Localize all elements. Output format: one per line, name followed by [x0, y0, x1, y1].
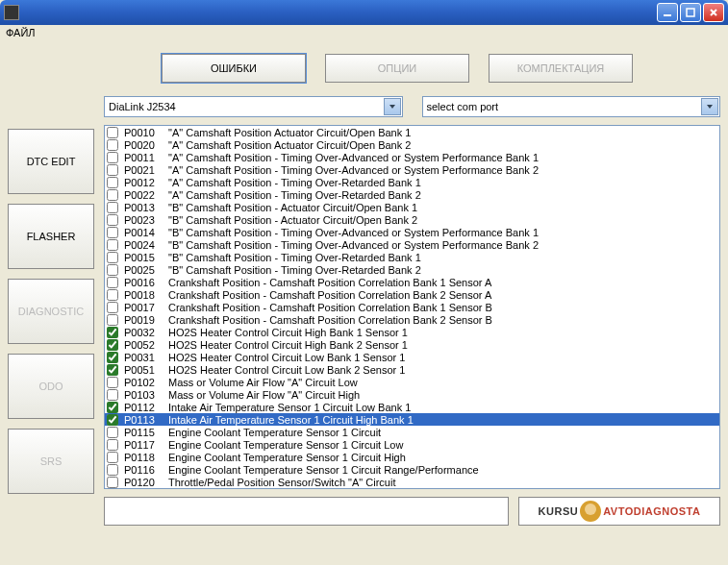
list-item[interactable]: P0021"A" Camshaft Position - Timing Over… [105, 163, 719, 176]
dtc-checkbox[interactable] [107, 377, 118, 388]
dtc-desc: "A" Camshaft Position - Timing Over-Adva… [168, 164, 539, 176]
close-button[interactable] [703, 3, 724, 22]
dtc-checkbox[interactable] [107, 202, 118, 213]
dtc-desc: HO2S Heater Control Circuit Low Bank 1 S… [168, 352, 405, 363]
list-item[interactable]: P0023"B" Camshaft Position - Actuator Ci… [105, 213, 719, 226]
device-combo-value: DiaLink J2534 [109, 101, 176, 112]
dtc-checkbox[interactable] [107, 402, 118, 413]
tab-options[interactable]: ОПЦИИ [325, 54, 469, 83]
dtc-desc: Crankshaft Position - Camshaft Position … [168, 277, 491, 288]
dtc-checkbox[interactable] [107, 364, 118, 376]
dtc-desc: Intake Air Temperature Sensor 1 Circuit … [168, 402, 411, 413]
list-item[interactable]: P0018Crankshaft Position - Camshaft Posi… [105, 288, 719, 301]
dtc-checkbox[interactable] [107, 452, 118, 463]
list-item[interactable]: P0017Crankshaft Position - Camshaft Posi… [105, 301, 719, 313]
list-item[interactable]: P0102Mass or Volume Air Flow "A" Circuit… [105, 376, 719, 388]
list-item[interactable]: P0010"A" Camshaft Position Actuator Circ… [105, 126, 719, 138]
dtc-checkbox[interactable] [107, 127, 118, 138]
list-item[interactable]: P0016Crankshaft Position - Camshaft Posi… [105, 276, 719, 288]
dtc-checkbox[interactable] [107, 214, 118, 226]
dtc-desc: Engine Coolant Temperature Sensor 1 Circ… [168, 439, 403, 451]
list-item[interactable]: P0022"A" Camshaft Position - Timing Over… [105, 188, 719, 201]
tab-config[interactable]: КОМПЛЕКТАЦИЯ [489, 54, 633, 83]
dtc-code: P0103 [124, 389, 168, 401]
dtc-checkbox[interactable] [107, 152, 118, 163]
menubar: ФАЙЛ [0, 25, 728, 44]
dtc-checkbox[interactable] [107, 427, 118, 438]
logo-left: KURSU [539, 505, 579, 517]
list-item[interactable]: P0112Intake Air Temperature Sensor 1 Cir… [105, 401, 719, 413]
list-item[interactable]: P0012"A" Camshaft Position - Timing Over… [105, 176, 719, 188]
dtc-desc: Crankshaft Position - Camshaft Position … [168, 302, 492, 313]
dtc-checkbox[interactable] [107, 139, 118, 151]
minimize-button[interactable] [657, 3, 678, 22]
dtc-checkbox[interactable] [107, 189, 118, 201]
dtc-checkbox[interactable] [107, 177, 118, 188]
dtc-desc: "B" Camshaft Position - Actuator Circuit… [168, 202, 417, 213]
dtc-code: P0020 [124, 139, 168, 151]
list-item[interactable]: P0032HO2S Heater Control Circuit High Ba… [105, 326, 719, 338]
dtc-desc: "B" Camshaft Position - Timing Over-Reta… [168, 252, 421, 263]
dtc-checkbox[interactable] [107, 339, 118, 351]
dtc-checkbox[interactable] [107, 264, 118, 276]
dtc-code: P0010 [124, 127, 168, 138]
list-item[interactable]: P0031HO2S Heater Control Circuit Low Ban… [105, 351, 719, 363]
maximize-button[interactable] [680, 3, 701, 22]
sidebar-srs[interactable]: SRS [8, 429, 94, 494]
dtc-desc: HO2S Heater Control Circuit High Bank 2 … [168, 339, 408, 351]
dtc-checkbox[interactable] [107, 477, 118, 488]
list-item[interactable]: P0118Engine Coolant Temperature Sensor 1… [105, 451, 719, 463]
list-item[interactable]: P0117Engine Coolant Temperature Sensor 1… [105, 438, 719, 451]
tab-errors[interactable]: ОШИБКИ [162, 54, 306, 83]
list-item[interactable]: P0115Engine Coolant Temperature Sensor 1… [105, 426, 719, 438]
dtc-checkbox[interactable] [107, 239, 118, 251]
dtc-code: P0022 [124, 189, 168, 201]
sidebar-dtc-edit[interactable]: DTC EDIT [8, 129, 94, 194]
sidebar-flasher[interactable]: FLASHER [8, 204, 94, 269]
dtc-code: P0031 [124, 352, 168, 363]
list-item[interactable]: P0024"B" Camshaft Position - Timing Over… [105, 238, 719, 251]
dtc-code: P0115 [124, 427, 168, 438]
dtc-checkbox[interactable] [107, 289, 118, 301]
titlebar [0, 0, 728, 25]
dtc-checkbox[interactable] [107, 252, 118, 263]
logo-right: AVTODIAGNOSTA [603, 505, 700, 517]
dtc-checkbox[interactable] [107, 227, 118, 238]
list-item[interactable]: P0052HO2S Heater Control Circuit High Ba… [105, 338, 719, 351]
dtc-desc: HO2S Heater Control Circuit High Bank 1 … [168, 327, 408, 338]
dtc-listbox[interactable]: P0010"A" Camshaft Position Actuator Circ… [104, 125, 720, 489]
list-item[interactable]: P0015"B" Camshaft Position - Timing Over… [105, 251, 719, 263]
list-item[interactable]: P0019Crankshaft Position - Camshaft Posi… [105, 313, 719, 326]
dtc-checkbox[interactable] [107, 414, 118, 426]
mascot-icon [580, 501, 601, 522]
menu-file[interactable]: ФАЙЛ [6, 27, 36, 38]
dtc-checkbox[interactable] [107, 164, 118, 176]
list-item[interactable]: P0120Throttle/Pedal Position Sensor/Swit… [105, 476, 719, 488]
dtc-checkbox[interactable] [107, 389, 118, 401]
dtc-checkbox[interactable] [107, 352, 118, 363]
list-item[interactable]: P0025"B" Camshaft Position - Timing Over… [105, 263, 719, 276]
dtc-checkbox[interactable] [107, 302, 118, 313]
dtc-code: P0019 [124, 314, 168, 326]
svg-rect-0 [664, 14, 671, 16]
list-item[interactable]: P0014"B" Camshaft Position - Timing Over… [105, 226, 719, 238]
dtc-desc: Engine Coolant Temperature Sensor 1 Circ… [168, 464, 479, 476]
dtc-checkbox[interactable] [107, 439, 118, 451]
list-item[interactable]: P0011"A" Camshaft Position - Timing Over… [105, 151, 719, 163]
dtc-code: P0032 [124, 327, 168, 338]
device-combo[interactable]: DiaLink J2534 [104, 96, 403, 117]
list-item[interactable]: P0051HO2S Heater Control Circuit Low Ban… [105, 363, 719, 376]
dtc-checkbox[interactable] [107, 464, 118, 476]
dtc-desc: "B" Camshaft Position - Timing Over-Adva… [168, 239, 539, 251]
list-item[interactable]: P0103Mass or Volume Air Flow "A" Circuit… [105, 388, 719, 401]
list-item[interactable]: P0020"A" Camshaft Position Actuator Circ… [105, 138, 719, 151]
dtc-checkbox[interactable] [107, 327, 118, 338]
sidebar-odo[interactable]: ODO [8, 354, 94, 419]
list-item[interactable]: P0013"B" Camshaft Position - Actuator Ci… [105, 201, 719, 213]
port-combo[interactable]: select com port [422, 96, 721, 117]
dtc-checkbox[interactable] [107, 314, 118, 326]
list-item[interactable]: P0116Engine Coolant Temperature Sensor 1… [105, 463, 719, 476]
sidebar-diagnostic[interactable]: DIAGNOSTIC [8, 279, 94, 344]
list-item[interactable]: P0113Intake Air Temperature Sensor 1 Cir… [105, 413, 719, 426]
dtc-checkbox[interactable] [107, 277, 118, 288]
